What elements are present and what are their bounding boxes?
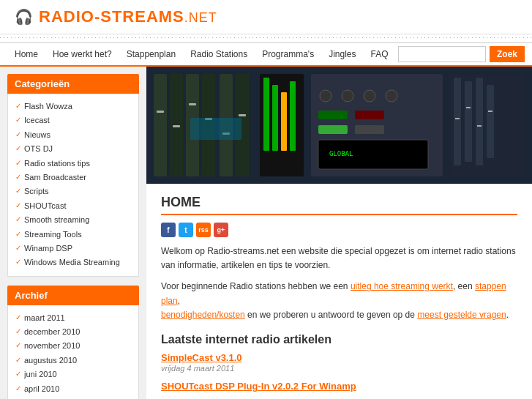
- list-item: ✓ Streaming Tools: [15, 228, 131, 242]
- search-input[interactable]: [398, 46, 486, 62]
- vragen-link[interactable]: meest gestelde vragen: [417, 310, 506, 320]
- svg-text:GLOBAL: GLOBAL: [329, 150, 353, 157]
- main-layout: Categorieën ✓ Flash Wowza ✓ Icecast ✓ Ni…: [0, 67, 532, 399]
- search-button[interactable]: Zoek: [490, 46, 525, 62]
- list-item: ✓ Sam Broadcaster: [15, 171, 131, 184]
- intro-paragraph-2: Voor beginnende Radio stations hebben we…: [161, 280, 517, 322]
- logo-area: 🎧 RADIO-STREAMS.NET: [15, 7, 217, 26]
- archive-link-4[interactable]: juni 2010: [24, 369, 57, 380]
- svg-rect-32: [476, 78, 483, 165]
- check-icon: ✓: [15, 215, 21, 223]
- check-icon: ✓: [15, 230, 21, 238]
- category-link-smooth[interactable]: Smooth streaming: [24, 215, 89, 225]
- category-link-flash[interactable]: Flash Wowza: [24, 101, 72, 112]
- list-item: ✓ november 2010: [15, 339, 131, 353]
- category-link-radiotips[interactable]: Radio stations tips: [24, 158, 90, 169]
- category-link-tools[interactable]: Streaming Tools: [24, 229, 82, 240]
- nav-links: Home Hoe werkt het? Stappenplan Radio St…: [7, 43, 396, 65]
- logo-suffix: .NET: [184, 10, 217, 25]
- intro2-suffix: ,: [178, 296, 180, 306]
- list-item: ✓ augustus 2010: [15, 354, 131, 368]
- svg-rect-36: [477, 125, 482, 127]
- list-item: ✓ Icecast: [15, 113, 131, 127]
- category-link-winamp[interactable]: Winamp DSP: [24, 243, 72, 254]
- nav-item-steps[interactable]: Stappenplan: [119, 43, 183, 65]
- article-item-1: SHOUTcast DSP Plug-In v2.0.2 For Winamp: [161, 381, 517, 392]
- svg-rect-31: [465, 81, 472, 162]
- archive-link-1[interactable]: december 2010: [24, 327, 80, 338]
- article-date-0: vrijdag 4 maart 2011: [161, 364, 234, 373]
- archive-link-3[interactable]: augustus 2010: [24, 355, 77, 366]
- check-icon: ✓: [15, 187, 21, 195]
- svg-rect-25: [318, 125, 348, 134]
- archive-link-5[interactable]: april 2010: [24, 384, 59, 395]
- intro2-end: .: [506, 310, 509, 320]
- nav-item-programs[interactable]: Programma's: [255, 43, 321, 65]
- article-link-1[interactable]: SHOUTcast DSP Plug-In v2.0.2 For Winamp: [161, 381, 517, 392]
- article-item-0: SimpleCast v3.1.0 vrijdag 4 maart 2011: [161, 352, 517, 373]
- nav-item-jingles[interactable]: Jingles: [321, 43, 363, 65]
- category-link-icecast[interactable]: Icecast: [24, 115, 50, 126]
- list-item: ✓ Nieuws: [15, 128, 131, 142]
- site-logo: RADIO-STREAMS.NET: [39, 7, 217, 26]
- list-item: ✓ juni 2010: [15, 368, 131, 381]
- nav-item-faq[interactable]: FAQ: [364, 43, 396, 65]
- main-nav: Home Hoe werkt het? Stappenplan Radio St…: [0, 43, 532, 67]
- rss-icon[interactable]: rss: [196, 223, 211, 237]
- svg-rect-15: [272, 85, 278, 151]
- archive-link-2[interactable]: november 2010: [24, 340, 80, 351]
- ruler-divider: [0, 34, 532, 43]
- articles-title: Laatste internet radio artikelen: [161, 333, 517, 346]
- twitter-icon[interactable]: t: [179, 223, 193, 237]
- archive-content: ✓ maart 2011 ✓ december 2010 ✓ november …: [7, 305, 139, 399]
- svg-point-19: [320, 90, 331, 102]
- category-link-ots[interactable]: OTS DJ: [24, 143, 53, 154]
- svg-rect-34: [455, 118, 460, 119]
- svg-rect-16: [281, 92, 287, 151]
- svg-rect-1: [154, 74, 167, 176]
- check-icon: ✓: [15, 144, 21, 152]
- page-title: HOME: [161, 195, 517, 215]
- svg-rect-8: [173, 125, 180, 127]
- list-item: ✓ Radio stations tips: [15, 157, 131, 171]
- header: 🎧 RADIO-STREAMS.NET: [0, 0, 532, 34]
- svg-rect-9: [189, 103, 196, 105]
- list-item: ✓ december 2010: [15, 325, 131, 339]
- category-link-shout[interactable]: SHOUTcast: [24, 201, 66, 212]
- facebook-icon[interactable]: f: [161, 223, 176, 237]
- svg-point-20: [342, 90, 353, 102]
- svg-rect-35: [466, 107, 471, 108]
- archive-link-0[interactable]: maart 2011: [24, 313, 65, 324]
- category-link-sam[interactable]: Sam Broadcaster: [24, 172, 86, 183]
- check-icon: ✓: [15, 130, 21, 138]
- svg-point-22: [386, 90, 397, 102]
- archive-title: Archief: [7, 286, 139, 305]
- check-icon: ✓: [15, 102, 21, 110]
- intro2-prefix: Voor beginnende Radio stations hebben we…: [161, 281, 351, 291]
- googleplus-icon[interactable]: g+: [214, 223, 228, 237]
- article-link-0[interactable]: SimpleCast v3.1.0: [161, 352, 517, 363]
- search-area: Zoek: [398, 46, 525, 62]
- intro2-line2-middle: en we proberen u antwoord te geven op de: [245, 310, 418, 320]
- list-item: ✓ Smooth streaming: [15, 213, 131, 227]
- nav-item-home[interactable]: Home: [7, 43, 45, 65]
- intro2-middle: , een: [453, 281, 475, 291]
- check-icon: ✓: [15, 244, 21, 252]
- category-link-nieuws[interactable]: Nieuws: [24, 130, 50, 141]
- check-icon: ✓: [15, 356, 21, 364]
- hero-image: GLOBAL: [146, 67, 532, 184]
- benodigheden-link[interactable]: benodigheden/kosten: [161, 310, 245, 320]
- streaming-link[interactable]: uitleg hoe streaming werkt: [351, 281, 453, 291]
- svg-rect-30: [454, 78, 461, 165]
- nav-item-stations[interactable]: Radio Stations: [183, 43, 255, 65]
- svg-rect-26: [355, 125, 384, 134]
- svg-rect-33: [487, 85, 494, 158]
- category-link-scripts[interactable]: Scripts: [24, 186, 49, 197]
- category-link-windows[interactable]: Windows Media Streaming: [24, 257, 120, 268]
- svg-rect-38: [190, 118, 241, 140]
- logo-prefix: RADIO-: [39, 7, 100, 26]
- nav-item-how[interactable]: Hoe werkt het?: [45, 43, 119, 65]
- list-item: ✓ maart 2011: [15, 311, 131, 325]
- archive-box: Archief ✓ maart 2011 ✓ december 2010 ✓ n…: [7, 286, 139, 399]
- svg-rect-14: [263, 78, 269, 151]
